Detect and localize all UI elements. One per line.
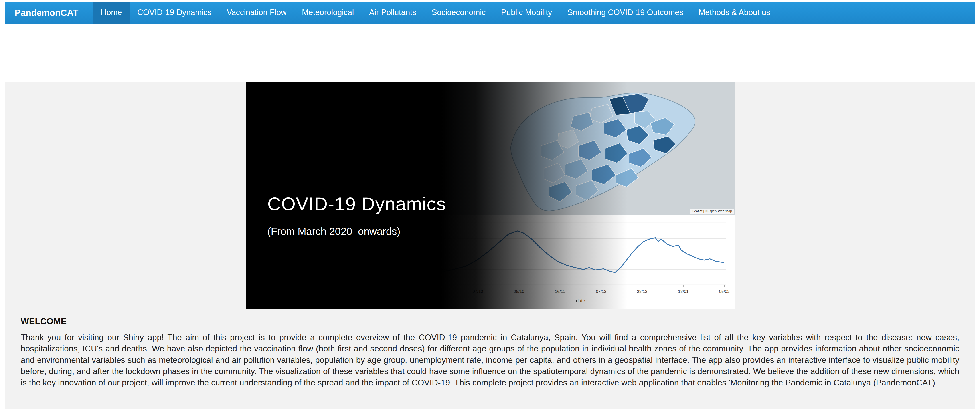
nav-item-socioeconomic[interactable]: Socioeconomic xyxy=(424,2,493,24)
nav-item-vaccination-flow[interactable]: Vaccination Flow xyxy=(219,2,294,24)
nav-item-home[interactable]: Home xyxy=(93,2,130,24)
nav-item-meteorological[interactable]: Meteorological xyxy=(294,2,361,24)
app: PandemonCAT HomeCOVID-19 DynamicsVaccina… xyxy=(0,2,980,409)
nav-item-covid-19-dynamics[interactable]: COVID-19 Dynamics xyxy=(130,2,219,24)
hero-title: COVID-19 Dynamics xyxy=(267,193,446,215)
nav-item-public-mobility[interactable]: Public Mobility xyxy=(493,2,560,24)
page: PandemonCAT HomeCOVID-19 DynamicsVaccina… xyxy=(5,2,975,409)
hero-banner: Leaflet | © OpenStreetMap 16/0907/1028/1… xyxy=(245,82,735,309)
nav-item-air-pollutants[interactable]: Air Pollutants xyxy=(361,2,424,24)
navbar: PandemonCAT HomeCOVID-19 DynamicsVaccina… xyxy=(5,2,975,24)
nav-item-smoothing-covid-19-outcomes[interactable]: Smoothing COVID-19 Outcomes xyxy=(560,2,691,24)
main-content: Leaflet | © OpenStreetMap 16/0907/1028/1… xyxy=(5,82,975,409)
navbar-brand[interactable]: PandemonCAT xyxy=(5,2,88,24)
hero-subtitle: (From March 2020 onwards) xyxy=(267,225,426,244)
welcome-heading: WELCOME xyxy=(21,316,959,326)
welcome-paragraph: Thank you for visiting our Shiny app! Th… xyxy=(21,332,959,389)
nav-item-methods-about-us[interactable]: Methods & About us xyxy=(691,2,778,24)
nav-items: HomeCOVID-19 DynamicsVaccination FlowMet… xyxy=(93,2,778,24)
